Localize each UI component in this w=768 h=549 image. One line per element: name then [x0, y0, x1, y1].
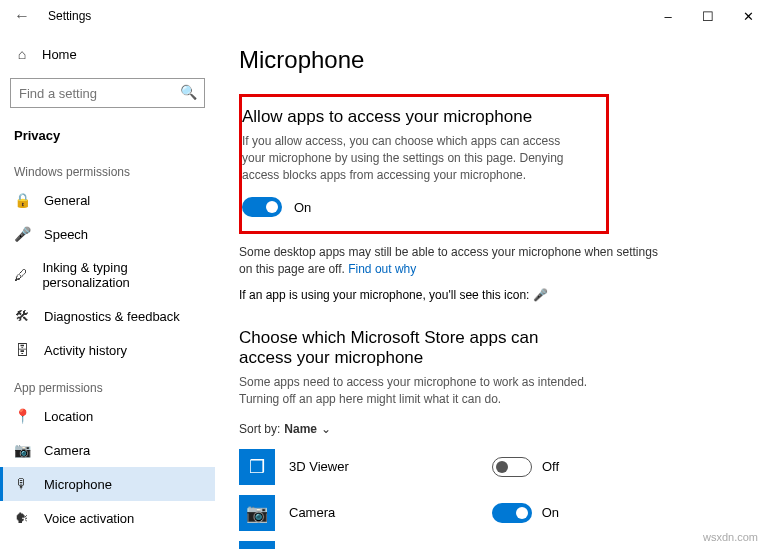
minimize-button[interactable]: – — [648, 0, 688, 32]
find-out-why-link[interactable]: Find out why — [348, 262, 416, 276]
nav-diagnostics[interactable]: 🛠Diagnostics & feedback — [0, 299, 215, 333]
home-icon: ⌂ — [14, 46, 30, 62]
chevron-down-icon: ⌄ — [321, 422, 331, 436]
content-pane: Microphone Allow apps to access your mic… — [215, 32, 768, 549]
group-windows-permissions: Windows permissions — [0, 151, 215, 183]
titlebar: ← Settings – ☐ ✕ — [0, 0, 768, 32]
nav-general[interactable]: 🔒General — [0, 183, 215, 217]
nav-voice-activation[interactable]: 🗣Voice activation — [0, 501, 215, 535]
choose-heading: Choose which Microsoft Store apps can ac… — [239, 328, 579, 368]
nav-activity[interactable]: 🗄Activity history — [0, 333, 215, 367]
window-title: Settings — [48, 9, 91, 23]
sidebar-section-title: Privacy — [0, 116, 215, 151]
lock-icon: 🔒 — [14, 192, 30, 208]
nav-microphone[interactable]: 🎙Microphone — [0, 467, 215, 501]
watermark: wsxdn.com — [703, 531, 758, 543]
app-name: 3D Viewer — [289, 459, 478, 474]
highlight-box: Allow apps to access your microphone If … — [239, 94, 609, 234]
app-list: ❒ 3D Viewer Off 📷 Camera On ◯ Cortana Of… — [239, 444, 744, 549]
speech-icon: 🎤 — [14, 226, 30, 242]
back-button[interactable]: ← — [0, 7, 44, 25]
app-row-camera: 📷 Camera On — [239, 490, 559, 536]
location-icon: 📍 — [14, 408, 30, 424]
home-nav[interactable]: ⌂ Home — [0, 38, 215, 70]
allow-description: If you allow access, you can choose whic… — [242, 133, 586, 183]
allow-toggle[interactable] — [242, 197, 282, 217]
search-input[interactable] — [10, 78, 205, 108]
close-button[interactable]: ✕ — [728, 0, 768, 32]
app-icon: 📷 — [239, 495, 275, 531]
app-row-3dviewer: ❒ 3D Viewer Off — [239, 444, 559, 490]
nav-inking[interactable]: 🖊Inking & typing personalization — [0, 251, 215, 299]
app-name: Camera — [289, 505, 478, 520]
app-row-cortana: ◯ Cortana Off — [239, 536, 559, 549]
choose-description: Some apps need to access your microphone… — [239, 374, 589, 408]
app-icon: ◯ — [239, 541, 275, 549]
allow-heading: Allow apps to access your microphone — [242, 107, 586, 127]
allow-toggle-state: On — [294, 200, 311, 215]
icon-note: If an app is using your microphone, you'… — [239, 288, 744, 302]
app-toggle[interactable] — [492, 457, 532, 477]
app-toggle[interactable] — [492, 503, 532, 523]
voice-icon: 🗣 — [14, 510, 30, 526]
sort-row[interactable]: Sort by: Name ⌄ — [239, 422, 744, 436]
feedback-icon: 🛠 — [14, 308, 30, 324]
search-icon: 🔍 — [180, 84, 197, 100]
maximize-button[interactable]: ☐ — [688, 0, 728, 32]
mic-indicator-icon: 🎤 — [533, 288, 548, 302]
nav-camera[interactable]: 📷Camera — [0, 433, 215, 467]
desktop-note: Some desktop apps may still be able to a… — [239, 244, 659, 278]
sidebar: ⌂ Home 🔍 Privacy Windows permissions 🔒Ge… — [0, 32, 215, 549]
nav-speech[interactable]: 🎤Speech — [0, 217, 215, 251]
home-label: Home — [42, 47, 77, 62]
page-title: Microphone — [239, 46, 744, 74]
microphone-icon: 🎙 — [14, 476, 30, 492]
group-app-permissions: App permissions — [0, 367, 215, 399]
app-icon: ❒ — [239, 449, 275, 485]
camera-icon: 📷 — [14, 442, 30, 458]
nav-location[interactable]: 📍Location — [0, 399, 215, 433]
pen-icon: 🖊 — [14, 267, 28, 283]
history-icon: 🗄 — [14, 342, 30, 358]
